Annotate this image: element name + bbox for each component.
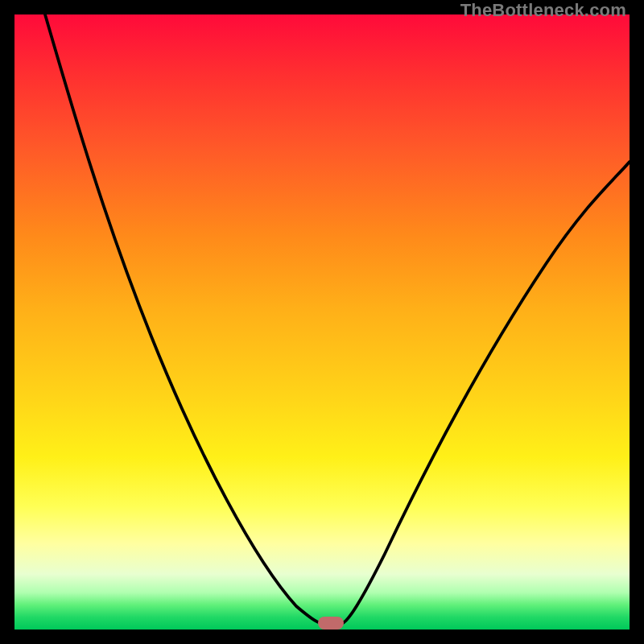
curve-right-branch xyxy=(341,162,630,624)
plot-area xyxy=(14,14,630,630)
watermark-text: TheBottleneck.com xyxy=(460,0,626,21)
curve-svg xyxy=(14,14,630,630)
chart-frame: TheBottleneck.com xyxy=(0,0,644,644)
curve-left-branch xyxy=(45,14,335,624)
bottom-marker xyxy=(318,617,344,630)
